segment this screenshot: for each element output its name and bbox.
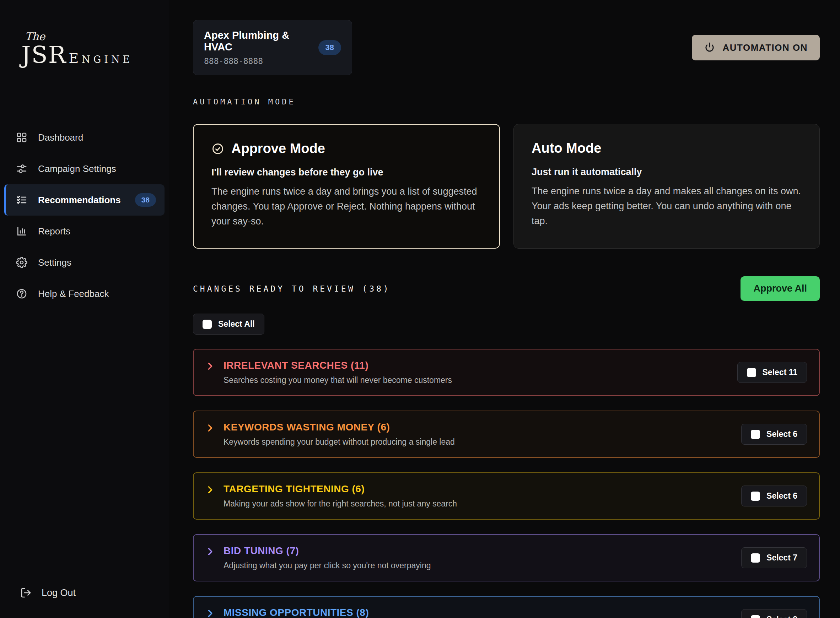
chevron-right-icon[interactable]	[205, 608, 215, 618]
automation-toggle-button[interactable]: AUTOMATION ON	[692, 35, 820, 60]
sidebar-item-recommendations[interactable]: Recommendations 38	[4, 184, 165, 215]
client-name: Apex Plumbing & HVAC	[204, 30, 318, 53]
auto-mode-title: Auto Mode	[532, 141, 601, 156]
category-targeting-tightening[interactable]: TARGETING TIGHTENING (6) Making your ads…	[193, 472, 820, 520]
select-category-label: Select 7	[766, 553, 797, 563]
select-all-wrap: Select All	[193, 313, 820, 334]
sidebar-item-label: Campaign Settings	[38, 163, 116, 174]
approve-mode-header: Approve Mode	[211, 141, 482, 156]
select-category-button[interactable]: Select 6	[741, 424, 807, 445]
select-category-button[interactable]: Select 7	[741, 547, 807, 568]
mode-cards: Approve Mode I'll review changes before …	[193, 124, 820, 249]
category-left: BID TUNING (7) Adjusting what you pay pe…	[205, 545, 431, 570]
chevron-right-icon[interactable]	[205, 423, 215, 433]
changes-ready-label: CHANGES READY TO REVIEW (38)	[193, 284, 391, 293]
sidebar-item-label: Settings	[38, 257, 71, 268]
category-subtitle: Searches costing you money that will nev…	[223, 376, 452, 385]
category-text: TARGETING TIGHTENING (6) Making your ads…	[223, 483, 457, 509]
category-title: KEYWORDS WASTING MONEY (6)	[223, 422, 455, 433]
category-left: TARGETING TIGHTENING (6) Making your ads…	[205, 483, 457, 509]
category-subtitle: Keywords spending your budget without pr…	[223, 437, 455, 447]
category-title: IRRELEVANT SEARCHES (11)	[223, 360, 452, 371]
select-all-checkbox[interactable]	[202, 319, 212, 329]
category-left: KEYWORDS WASTING MONEY (6) Keywords spen…	[205, 422, 455, 447]
auto-mode-tagline: Just run it automatically	[532, 166, 801, 178]
sidebar-item-label: Dashboard	[38, 132, 83, 143]
sidebar-nav: Dashboard Campaign Settings Recommendati…	[4, 122, 165, 309]
select-category-label: Select 8	[766, 615, 797, 618]
brand-wordmark: JSREngine	[21, 41, 165, 68]
category-checkbox[interactable]	[747, 368, 756, 377]
approve-mode-title: Approve Mode	[231, 141, 325, 156]
category-text: MISSING OPPORTUNITIES (8) Searches peopl…	[223, 607, 455, 618]
select-category-label: Select 11	[763, 368, 797, 377]
client-info: Apex Plumbing & HVAC 888-888-8888	[204, 30, 318, 66]
auto-mode-description: The engine runs twice a day and makes al…	[532, 184, 801, 229]
chevron-right-icon[interactable]	[205, 547, 215, 557]
select-category-button[interactable]: Select 11	[737, 362, 807, 383]
category-missing-opportunities[interactable]: MISSING OPPORTUNITIES (8) Searches peopl…	[193, 596, 820, 618]
recommendation-categories: IRRELEVANT SEARCHES (11) Searches costin…	[193, 349, 820, 618]
client-phone: 888-888-8888	[204, 56, 318, 66]
select-category-label: Select 6	[766, 491, 797, 501]
sidebar-item-label: Recommendations	[38, 195, 121, 206]
brand-the: The	[25, 30, 165, 43]
select-category-button[interactable]: Select 8	[741, 609, 807, 618]
sidebar-item-settings[interactable]: Settings	[4, 247, 165, 278]
bar-chart-icon	[16, 226, 27, 237]
category-checkbox[interactable]	[751, 430, 760, 439]
gear-icon	[16, 257, 27, 268]
approve-mode-card[interactable]: Approve Mode I'll review changes before …	[193, 124, 500, 249]
brand-logo: The JSREngine	[4, 30, 165, 68]
category-subtitle: Adjusting what you pay per click so you'…	[223, 561, 431, 570]
checklist-icon	[16, 194, 27, 206]
client-badge: 38	[318, 40, 341, 55]
category-checkbox[interactable]	[751, 615, 760, 618]
sidebar-item-label: Reports	[38, 226, 70, 237]
approve-all-button[interactable]: Approve All	[740, 276, 820, 301]
category-title: BID TUNING (7)	[223, 545, 431, 557]
sidebar-item-dashboard[interactable]: Dashboard	[4, 122, 165, 153]
automation-mode-section-label: AUTOMATION MODE	[193, 97, 820, 106]
auto-mode-card[interactable]: Auto Mode Just run it automatically The …	[513, 124, 820, 249]
category-title: MISSING OPPORTUNITIES (8)	[223, 607, 455, 618]
auto-mode-header: Auto Mode	[532, 141, 801, 156]
sidebar-item-reports[interactable]: Reports	[4, 215, 165, 247]
sidebar: The JSREngine Dashboard Campaign Setting…	[0, 0, 169, 618]
logout-label: Log Out	[42, 587, 76, 599]
chevron-right-icon[interactable]	[205, 485, 215, 495]
select-all-label: Select All	[218, 319, 255, 329]
automation-toggle-label: AUTOMATION ON	[723, 42, 808, 53]
sidebar-item-label: Help & Feedback	[38, 288, 109, 299]
main-content: Apex Plumbing & HVAC 888-888-8888 38 AUT…	[169, 0, 840, 618]
sidebar-item-campaign-settings[interactable]: Campaign Settings	[4, 153, 165, 184]
category-text: BID TUNING (7) Adjusting what you pay pe…	[223, 545, 431, 570]
sliders-icon	[16, 163, 27, 174]
recommendations-count-badge: 38	[135, 193, 156, 207]
client-card[interactable]: Apex Plumbing & HVAC 888-888-8888 38	[193, 20, 352, 75]
approve-mode-tagline: I'll review changes before they go live	[211, 167, 482, 178]
question-circle-icon	[16, 288, 27, 299]
chevron-right-icon[interactable]	[205, 361, 215, 371]
category-checkbox[interactable]	[751, 553, 760, 563]
power-icon	[704, 42, 715, 53]
header: Apex Plumbing & HVAC 888-888-8888 38 AUT…	[193, 20, 820, 75]
select-all-button[interactable]: Select All	[193, 313, 265, 334]
grid-icon	[16, 132, 27, 143]
category-left: MISSING OPPORTUNITIES (8) Searches peopl…	[205, 607, 455, 618]
category-checkbox[interactable]	[751, 492, 760, 501]
check-circle-icon	[211, 143, 224, 155]
select-category-label: Select 6	[766, 429, 797, 439]
category-text: IRRELEVANT SEARCHES (11) Searches costin…	[223, 360, 452, 385]
category-keywords-wasting-money[interactable]: KEYWORDS WASTING MONEY (6) Keywords spen…	[193, 411, 820, 458]
category-irrelevant-searches[interactable]: IRRELEVANT SEARCHES (11) Searches costin…	[193, 349, 820, 396]
logout-button[interactable]: Log Out	[4, 587, 165, 599]
category-title: TARGETING TIGHTENING (6)	[223, 483, 457, 495]
sidebar-item-help-feedback[interactable]: Help & Feedback	[4, 278, 165, 309]
category-left: IRRELEVANT SEARCHES (11) Searches costin…	[205, 360, 452, 385]
category-bid-tuning[interactable]: BID TUNING (7) Adjusting what you pay pe…	[193, 534, 820, 581]
category-text: KEYWORDS WASTING MONEY (6) Keywords spen…	[223, 422, 455, 447]
logout-icon	[20, 587, 32, 599]
approve-mode-description: The engine runs twice a day and brings y…	[211, 184, 482, 229]
select-category-button[interactable]: Select 6	[741, 486, 807, 507]
